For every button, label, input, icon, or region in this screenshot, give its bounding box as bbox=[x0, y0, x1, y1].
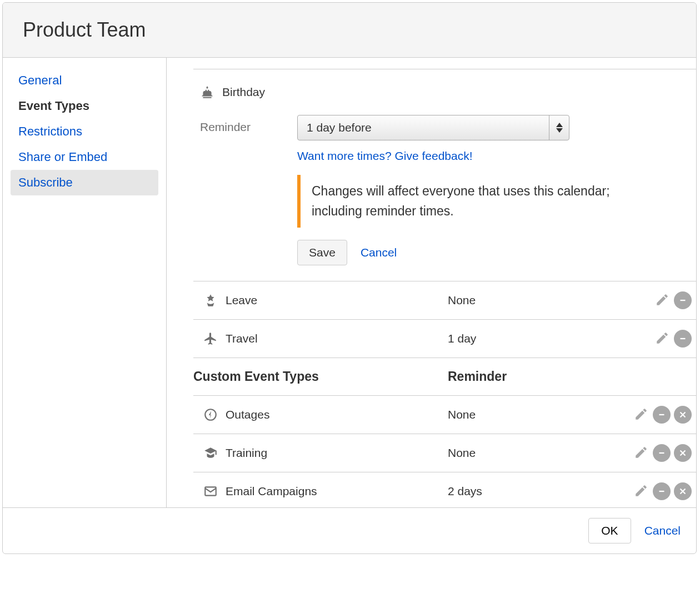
edit-icon[interactable] bbox=[654, 330, 671, 346]
svg-rect-0 bbox=[681, 300, 686, 301]
event-row: Travel 1 day bbox=[193, 320, 696, 358]
sidebar-item-restrictions[interactable]: Restrictions bbox=[11, 119, 158, 144]
event-row: Leave None bbox=[193, 281, 696, 320]
event-row: Email Campaigns 2 days bbox=[193, 472, 696, 507]
column-header-name: Custom Event Types bbox=[193, 369, 448, 384]
event-edit-panel: Birthday Reminder 1 day before bbox=[193, 69, 696, 281]
disable-icon[interactable] bbox=[674, 291, 692, 309]
event-name-label: Outages bbox=[226, 408, 269, 421]
dialog: Product Team General Event Types Restric… bbox=[2, 2, 697, 554]
event-row: Outages None bbox=[193, 396, 696, 434]
disable-icon[interactable] bbox=[674, 330, 692, 348]
event-name-label: Training bbox=[226, 446, 267, 460]
custom-section-header: Custom Event Types Reminder bbox=[193, 358, 696, 396]
disable-icon[interactable] bbox=[653, 482, 671, 500]
email-icon bbox=[203, 484, 218, 499]
sidebar-item-event-types[interactable]: Event Types bbox=[11, 93, 158, 119]
sidebar-item-subscribe[interactable]: Subscribe bbox=[11, 170, 158, 195]
leave-icon bbox=[203, 293, 218, 308]
event-reminder-value: None bbox=[448, 294, 564, 307]
save-button[interactable]: Save bbox=[297, 240, 347, 265]
event-reminder-value: 1 day bbox=[448, 332, 564, 345]
event-name-label: Email Campaigns bbox=[226, 485, 317, 498]
event-name: Birthday bbox=[222, 85, 265, 99]
main-panel: Birthday Reminder 1 day before bbox=[167, 58, 696, 507]
dialog-body: General Event Types Restrictions Share o… bbox=[3, 58, 696, 507]
sidebar-item-label: General bbox=[18, 73, 62, 87]
delete-icon[interactable] bbox=[674, 444, 692, 462]
sidebar-item-label: Event Types bbox=[18, 99, 89, 113]
reminder-select-value: 1 day before bbox=[298, 115, 549, 140]
footer-cancel-button[interactable]: Cancel bbox=[644, 524, 681, 537]
outages-icon bbox=[203, 407, 218, 422]
warning-message: Changes will affect everyone that uses t… bbox=[297, 175, 663, 228]
select-arrows-icon bbox=[549, 115, 569, 140]
feedback-link[interactable]: Want more times? Give feedback! bbox=[297, 149, 473, 163]
svg-rect-6 bbox=[659, 491, 664, 492]
column-header-reminder: Reminder bbox=[448, 369, 507, 384]
event-name-label: Leave bbox=[226, 294, 257, 307]
svg-rect-1 bbox=[681, 338, 686, 339]
svg-rect-4 bbox=[659, 452, 664, 454]
edit-icon[interactable] bbox=[633, 406, 649, 422]
sidebar-item-label: Subscribe bbox=[18, 175, 73, 189]
sidebar-item-share-embed[interactable]: Share or Embed bbox=[11, 144, 158, 170]
dialog-header: Product Team bbox=[3, 3, 696, 58]
event-reminder-value: None bbox=[448, 408, 564, 421]
disable-icon[interactable] bbox=[653, 406, 671, 424]
page-title: Product Team bbox=[23, 18, 676, 42]
travel-icon bbox=[203, 331, 218, 346]
disable-icon[interactable] bbox=[653, 444, 671, 462]
reminder-select[interactable]: 1 day before bbox=[297, 115, 569, 140]
edit-icon[interactable] bbox=[633, 444, 649, 461]
sidebar: General Event Types Restrictions Share o… bbox=[3, 58, 167, 507]
event-reminder-value: None bbox=[448, 446, 564, 460]
event-row: Training None bbox=[193, 434, 696, 472]
training-icon bbox=[203, 446, 218, 460]
event-reminder-value: 2 days bbox=[448, 485, 564, 498]
dialog-footer: OK Cancel bbox=[3, 507, 696, 553]
ok-button[interactable]: OK bbox=[588, 518, 631, 543]
edit-icon[interactable] bbox=[654, 291, 671, 308]
birthday-icon bbox=[200, 85, 214, 99]
event-name-label: Travel bbox=[226, 332, 258, 345]
delete-icon[interactable] bbox=[674, 406, 692, 424]
sidebar-item-label: Share or Embed bbox=[18, 150, 107, 164]
sidebar-item-label: Restrictions bbox=[18, 124, 82, 138]
sidebar-item-general[interactable]: General bbox=[11, 68, 158, 93]
cancel-button[interactable]: Cancel bbox=[361, 246, 397, 259]
delete-icon[interactable] bbox=[674, 482, 692, 500]
reminder-label: Reminder bbox=[200, 115, 286, 134]
edit-icon[interactable] bbox=[633, 482, 649, 499]
svg-rect-3 bbox=[659, 414, 664, 415]
